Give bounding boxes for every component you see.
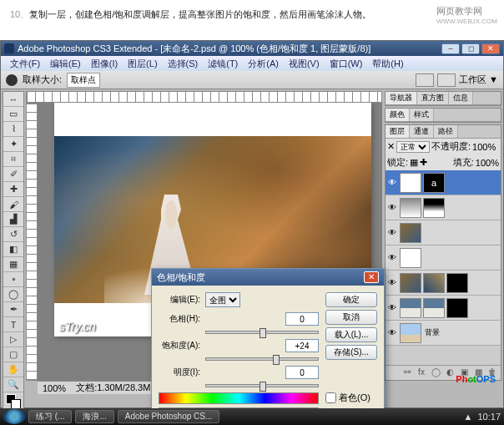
tray-icon[interactable]: ▲ [464,412,473,422]
visibility-icon[interactable]: 👁 [386,253,398,262]
filter-icon[interactable]: ✕ [387,141,395,152]
taskbar-item[interactable]: 海浪... [75,410,113,423]
layer-row[interactable]: 👁 背景 [386,321,501,346]
layer-row[interactable]: 👁 [386,271,501,296]
tab-channels[interactable]: 通道 [410,125,434,138]
layer-row[interactable]: 👁 [386,220,501,245]
lasso-tool[interactable]: ⌇ [3,122,23,137]
hue-saturation-dialog[interactable]: 色相/饱和度 ✕ 编辑(E): 全图 色相(H): 饱和度(A): [151,268,385,425]
type-tool[interactable]: T [3,317,23,332]
saturation-input[interactable] [285,339,319,352]
lock-pixels-icon[interactable]: ▦ [410,157,418,168]
layer-row[interactable]: 👁 [386,195,501,220]
layer-mask[interactable] [423,198,445,218]
layer-thumb[interactable] [400,223,421,243]
layer-row[interactable]: 👁 [386,296,501,321]
tab-paths[interactable]: 路径 [434,125,458,138]
layer-thumb[interactable] [400,323,421,343]
screen-mode-icon[interactable] [416,73,434,87]
lightness-slider[interactable] [205,384,319,387]
menu-filter[interactable]: 滤镜(T) [204,57,242,71]
visibility-icon[interactable]: 👁 [386,228,398,237]
hue-input[interactable] [285,312,319,326]
crop-tool[interactable]: ⌗ [3,152,23,167]
slider-thumb[interactable] [273,355,280,365]
window-titlebar[interactable]: Adobe Photoshop CS3 Extended - [未命名-2.ps… [1,41,503,56]
layer-mask[interactable]: a [423,173,445,193]
tab-styles[interactable]: 样式 [410,109,434,121]
start-button[interactable] [3,409,25,424]
layer-thumb[interactable] [400,198,421,218]
menu-image[interactable]: 图像(I) [87,57,122,71]
dialog-close-button[interactable]: ✕ [364,271,379,283]
tab-layers[interactable]: 图层 [386,125,410,138]
save-button[interactable]: 存储(S)... [325,345,377,360]
visibility-icon[interactable]: 👁 [386,178,398,187]
menu-analysis[interactable]: 分析(A) [244,57,283,71]
layer-thumb[interactable] [423,273,445,293]
visibility-icon[interactable]: 👁 [386,278,398,287]
adjustment-thumb[interactable]: ◐ [400,173,421,193]
menu-file[interactable]: 文件(F) [6,57,44,71]
dialog-titlebar[interactable]: 色相/饱和度 ✕ [152,269,384,286]
move-tool[interactable]: ↔ [3,92,23,107]
menu-window[interactable]: 窗口(W) [325,57,367,71]
colorize-checkbox[interactable]: 着色(O) [325,392,377,404]
minimize-button[interactable]: – [441,43,460,54]
fx-icon[interactable]: fx [416,367,427,379]
path-tool[interactable]: ▷ [3,332,23,347]
wand-tool[interactable]: ✦ [3,137,23,152]
link-icon[interactable]: ⚯ [401,367,413,379]
menu-help[interactable]: 帮助(H) [368,57,407,71]
cancel-button[interactable]: 取消 [325,310,377,325]
hand-tool[interactable]: ✋ [3,362,23,377]
mask-icon[interactable]: ◯ [430,367,441,379]
workspace-menu[interactable]: 工作区 ▼ [459,73,498,86]
zoom-level[interactable]: 100% [43,383,66,393]
saturation-slider[interactable] [205,357,319,361]
history-brush-tool[interactable]: ↺ [3,227,23,242]
taskbar-item[interactable]: Adobe Photoshop CS... [118,410,220,423]
eyedropper-tool[interactable]: ✐ [3,167,23,182]
tab-navigator[interactable]: 导航器 [386,92,417,104]
edit-select[interactable]: 全图 [205,292,240,307]
menu-edit[interactable]: 编辑(E) [46,57,85,71]
pen-tool[interactable]: ✒ [3,302,23,317]
ok-button[interactable]: 确定 [325,292,377,307]
system-tray[interactable]: ▲ 10:17 [464,412,501,422]
eraser-tool[interactable]: ◧ [3,242,23,257]
blur-tool[interactable]: ∘ [3,272,23,287]
maximize-button[interactable]: ◻ [461,43,480,54]
visibility-icon[interactable]: 👁 [386,303,398,312]
layer-thumb[interactable] [400,298,421,318]
taskbar-item[interactable]: 练习 (... [28,410,72,423]
screen-mode2-icon[interactable] [437,73,456,87]
close-button[interactable]: ✕ [481,43,500,54]
layer-thumb[interactable] [400,248,421,268]
layer-row[interactable]: 👁 ◐ a [386,170,501,195]
layer-thumb[interactable] [400,273,421,293]
layer-mask[interactable] [446,298,468,318]
adjustment-icon[interactable]: ◐ [444,367,456,379]
eyedropper-icon[interactable] [6,74,18,86]
layer-thumb[interactable] [423,298,445,318]
load-button[interactable]: 载入(L)... [325,327,377,342]
marquee-tool[interactable]: ▭ [3,107,23,122]
tab-histogram[interactable]: 直方图 [417,92,449,104]
tab-color[interactable]: 颜色 [386,109,410,121]
healing-tool[interactable]: ✚ [3,182,23,197]
vertical-ruler[interactable] [26,103,38,381]
blend-mode-select[interactable]: 正常 [396,141,430,153]
menu-select[interactable]: 选择(S) [164,57,203,71]
menu-layer[interactable]: 图层(L) [123,57,161,71]
visibility-icon[interactable]: 👁 [386,328,398,337]
opacity-value[interactable]: 100% [472,142,496,152]
layers-list[interactable]: 👁 ◐ a 👁 👁 👁 👁 [386,170,501,365]
lightness-input[interactable] [285,366,319,379]
brush-tool[interactable]: 🖌 [3,197,23,212]
slider-thumb[interactable] [260,382,266,392]
gradient-tool[interactable]: ▦ [3,257,23,272]
horizontal-ruler[interactable] [26,91,382,103]
layer-row[interactable]: 👁 [386,245,501,271]
stamp-tool[interactable]: ▟ [3,212,23,227]
